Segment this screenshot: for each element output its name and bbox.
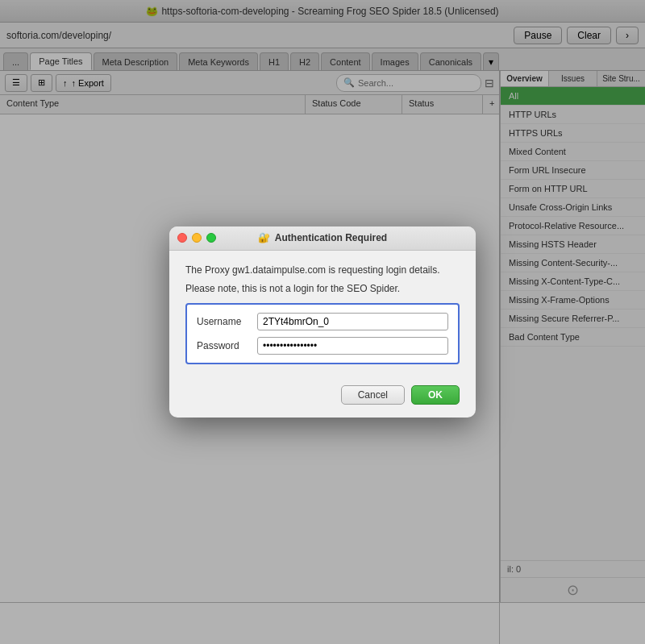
modal-description-2: Please note, this is not a login for the… <box>185 282 460 296</box>
modal-close-button[interactable] <box>177 233 187 243</box>
username-input[interactable] <box>257 313 448 330</box>
modal-body: The Proxy gw1.dataimpulse.com is request… <box>169 251 476 378</box>
modal-titlebar: 🔐 Authentication Required <box>169 226 476 251</box>
password-row: Password <box>197 337 448 355</box>
username-row: Username <box>197 313 448 330</box>
modal-minimize-button[interactable] <box>192 233 202 243</box>
password-input[interactable] <box>257 337 448 355</box>
modal-overlay: 🔐 Authentication Required The Proxy gw1.… <box>0 0 645 644</box>
modal-icon: 🔐 <box>258 232 270 243</box>
modal-buttons: Cancel OK <box>169 377 476 418</box>
modal-ok-button[interactable]: OK <box>411 385 460 405</box>
auth-modal: 🔐 Authentication Required The Proxy gw1.… <box>169 226 476 418</box>
modal-title-text: Authentication Required <box>275 232 387 243</box>
modal-cancel-button[interactable]: Cancel <box>341 385 405 405</box>
modal-traffic-lights <box>177 233 216 243</box>
modal-form: Username Password <box>185 303 460 364</box>
modal-title: 🔐 Authentication Required <box>258 232 387 243</box>
modal-description-1: The Proxy gw1.dataimpulse.com is request… <box>185 264 460 277</box>
modal-maximize-button[interactable] <box>206 233 216 243</box>
username-label: Username <box>197 316 257 327</box>
password-label: Password <box>197 340 257 351</box>
